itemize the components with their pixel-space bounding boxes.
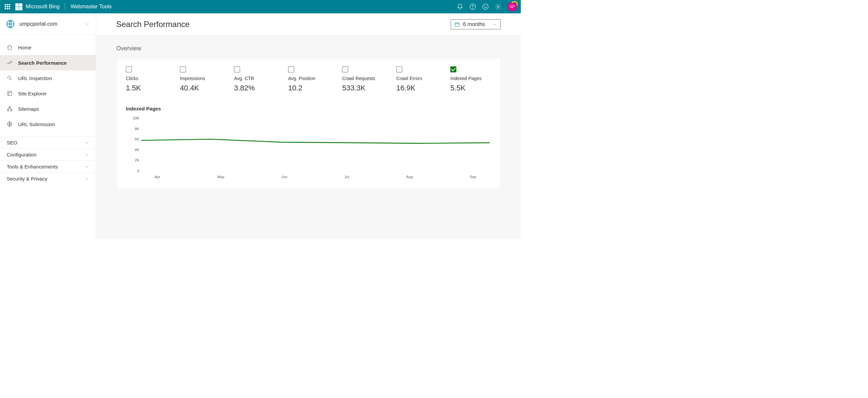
svg-rect-9 [9, 106, 11, 108]
chevron-down-icon [492, 22, 497, 27]
site-selector[interactable]: umpcportal.com [0, 13, 96, 35]
sitemap-icon [7, 106, 13, 112]
header-left: Microsoft Bing Webmaster Tools [3, 3, 112, 10]
x-tick: May [217, 175, 224, 179]
sidebar-section-security[interactable]: Security & Privacy [0, 172, 96, 185]
sidebar-section-configuration[interactable]: Configuration [0, 148, 96, 161]
x-tick: Apr [155, 175, 160, 179]
overview-card: Clicks 1.5K Impressions 40.4K Avg. CTR 3… [116, 58, 501, 189]
metric-crawl-requests: Crawl Requests 533.3K [342, 66, 383, 92]
microsoft-logo-icon [16, 3, 22, 10]
metric-checkbox[interactable] [126, 66, 132, 72]
chevron-down-icon [85, 140, 89, 145]
metric-clicks: Clicks 1.5K [126, 66, 166, 92]
metric-label: Avg. CTR [234, 76, 275, 81]
metric-label: Impressions [180, 76, 221, 81]
page-title: Search Performance [116, 20, 190, 29]
sidebar-item-label: URL Submission [18, 122, 55, 127]
metrics-row: Clicks 1.5K Impressions 40.4K Avg. CTR 3… [126, 66, 491, 92]
svg-rect-10 [7, 110, 9, 111]
metric-indexed-pages: Indexed Pages 5.5K [451, 66, 491, 92]
sidebar-item-url-submission[interactable]: URL Submission [0, 117, 96, 132]
chart-plot[interactable] [141, 116, 490, 175]
sidebar: umpcportal.com Home Search Performance U… [0, 13, 96, 239]
trend-icon [7, 60, 13, 66]
metric-value: 5.5K [451, 84, 491, 92]
metric-checkbox[interactable] [180, 66, 186, 72]
sidebar-item-home[interactable]: Home [0, 40, 96, 55]
bell-icon[interactable] [457, 3, 463, 10]
svg-point-4 [486, 6, 487, 6]
sidebar-section-tools[interactable]: Tools & Enhancements [0, 161, 96, 172]
metric-checkbox[interactable] [342, 66, 348, 72]
sidebar-item-label: URL Inspection [18, 75, 52, 81]
globe-small-icon [7, 121, 13, 127]
sidebar-item-search-performance[interactable]: Search Performance [0, 55, 96, 70]
section-label: Tools & Enhancements [7, 164, 58, 169]
metric-checkbox[interactable] [288, 66, 294, 72]
metric-value: 1.5K [126, 84, 166, 92]
y-tick: 10K [126, 116, 139, 120]
metric-crawl-errors: Crawl Errors 16.9K [396, 66, 437, 92]
metric-value: 10.2 [288, 84, 329, 92]
main-content: Search Performance 6 months Overview Cli… [96, 13, 521, 239]
help-icon[interactable] [469, 3, 476, 10]
brand-label: Microsoft Bing [26, 4, 59, 10]
y-tick: 6K [126, 137, 139, 141]
sidebar-item-label: Search Performance [18, 60, 67, 66]
metric-label: Crawl Errors [396, 76, 437, 81]
metric-value: 3.82% [234, 84, 275, 92]
section-label: Security & Privacy [7, 176, 48, 181]
svg-rect-8 [8, 91, 12, 95]
header-right: SP [457, 2, 518, 11]
metric-value: 533.3K [342, 84, 383, 92]
sidebar-item-label: Home [18, 45, 31, 51]
site-name-label: umpcportal.com [19, 21, 81, 27]
x-tick: Jun [281, 175, 287, 179]
svg-point-1 [473, 8, 473, 8]
x-tick: Jul [344, 175, 349, 179]
divider [65, 3, 65, 10]
y-tick: 8K [126, 127, 139, 131]
app-name-label[interactable]: Webmaster Tools [70, 4, 112, 10]
section-label: SEO [7, 140, 18, 145]
globe-icon [6, 20, 15, 28]
search-icon [7, 75, 13, 81]
metric-checkbox[interactable] [234, 66, 240, 72]
metric-value: 16.9K [396, 84, 437, 92]
chart-title: Indexed Pages [126, 106, 491, 111]
sidebar-item-site-explorer[interactable]: Site Explorer [0, 86, 96, 101]
y-tick: 0 [126, 169, 139, 173]
chart-area: 10K8K6K4K2K0 AprMayJunJulAugSep [126, 116, 491, 179]
sidebar-section-seo[interactable]: SEO [0, 136, 96, 148]
sidebar-item-sitemaps[interactable]: Sitemaps [0, 101, 96, 117]
y-tick: 2K [126, 158, 139, 162]
metric-avg-ctr: Avg. CTR 3.82% [234, 66, 275, 92]
chart-y-axis: 10K8K6K4K2K0 [126, 116, 139, 173]
app-launcher-icon[interactable] [5, 4, 10, 9]
user-avatar[interactable]: SP [507, 2, 517, 11]
metric-impressions: Impressions 40.4K [180, 66, 221, 92]
section-label: Configuration [7, 152, 36, 158]
date-range-selector[interactable]: 6 months [451, 19, 501, 29]
metric-label: Crawl Requests [342, 76, 383, 81]
feedback-smile-icon[interactable] [482, 3, 489, 10]
sidebar-item-label: Sitemaps [18, 106, 39, 112]
metric-label: Clicks [126, 76, 166, 81]
explorer-icon [7, 91, 13, 96]
settings-gear-icon[interactable] [495, 3, 501, 10]
chevron-down-icon [85, 153, 89, 157]
y-tick: 4K [126, 148, 139, 152]
date-range-label: 6 months [463, 21, 489, 27]
chevron-down-icon [85, 22, 90, 26]
x-tick: Sep [470, 175, 476, 179]
page-header: Search Performance 6 months [96, 13, 521, 36]
sidebar-item-url-inspection[interactable]: URL Inspection [0, 70, 96, 86]
svg-rect-13 [455, 23, 459, 26]
metric-label: Indexed Pages [451, 76, 491, 81]
metric-checkbox[interactable] [451, 66, 456, 72]
metric-checkbox[interactable] [396, 66, 402, 72]
metric-label: Avg. Position [288, 76, 329, 81]
metric-avg-position: Avg. Position 10.2 [288, 66, 329, 92]
x-tick: Aug [406, 175, 413, 179]
